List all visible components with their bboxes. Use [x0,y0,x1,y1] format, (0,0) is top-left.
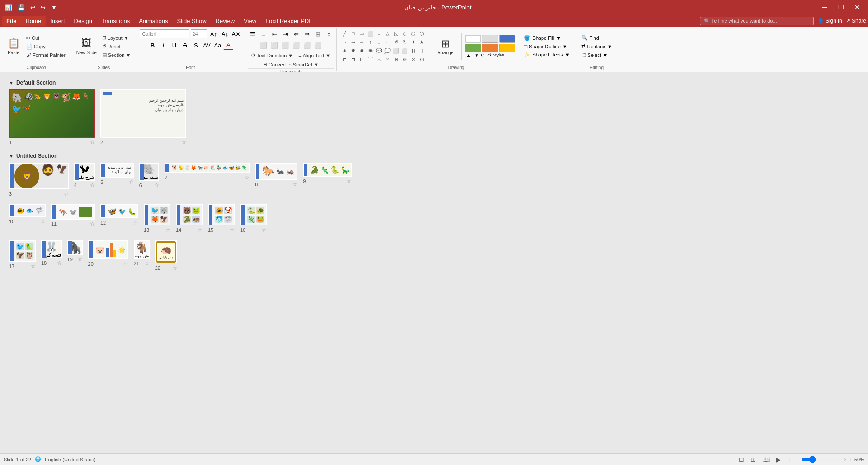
menu-insert[interactable]: Insert [46,16,70,26]
decrease-font-size-button[interactable]: A↓ [220,29,230,39]
search-box[interactable]: 🔍 Tell me what you want to do... [700,17,814,25]
clear-format-button[interactable]: A✕ [231,29,241,39]
underline-button[interactable]: U [169,40,179,50]
slide-thumb-8[interactable]: 🐎 🐜 🦗 8 ☆ [255,163,297,197]
increase-indent-button[interactable]: ⇥ [280,29,290,39]
font-name-input[interactable] [140,29,189,38]
copy-button[interactable]: 📄 Copy [24,43,68,51]
shape-callout3[interactable]: ⬜ [392,47,400,55]
convert-smartart-button[interactable]: ⊕ Convert to SmartArt ▼ [261,61,321,68]
slide-sorter-button[interactable]: ⊞ [749,455,758,464]
number-list-button[interactable]: ≡ [259,29,269,39]
quick-styles-scroll-up[interactable]: ▲ [465,53,472,58]
save-button[interactable]: 💾 [16,3,26,12]
untitled-section-header[interactable]: ▼ Untitled Section [9,153,859,159]
find-button[interactable]: 🔍 Find [579,34,615,42]
slide-thumb-11[interactable]: 🦘 🐭 11 ☆ [51,204,95,233]
shape-snip-rect[interactable]: ⬜ [366,29,374,38]
shape-hexagon[interactable]: ⬡ [418,29,426,38]
shape-misc3[interactable]: ⊓ [358,55,366,63]
style-swatch-4[interactable] [465,44,481,52]
shape-rect[interactable]: □ [349,29,357,38]
shape-misc8[interactable]: ⊗ [401,55,409,63]
shape-line[interactable]: ╱ [340,29,349,38]
align-text-button[interactable]: ≡ Align Text ▼ [296,52,333,59]
slide-thumb-3[interactable]: 🦁 🧔 🦅 3 ☆ [9,163,69,197]
slide-thumb-19[interactable]: 🦍 19 ☆ [67,240,83,271]
shape-circle[interactable]: ○ [375,29,383,38]
shape-outline-button[interactable]: □ Shape Outline ▼ [522,43,571,50]
shape-callout2[interactable]: 💭 [383,47,392,55]
minimize-button[interactable]: ─ [817,0,832,14]
close-button[interactable]: ✕ [850,0,864,14]
justify-button[interactable]: ⬜ [291,40,301,50]
style-swatch-1[interactable] [465,35,481,43]
default-section-header[interactable]: ▼ Default Section [9,80,859,86]
slide-thumb-6[interactable]: 🐘 طبقه بندی 6 ☆ [139,163,160,197]
shape-arrow2[interactable]: ⇒ [349,38,357,46]
shape-star12[interactable]: ✹ [358,47,366,55]
slide-thumb-2[interactable]: بسم الله الرحمن الرحیم فارسی متن نمونهدر… [100,89,186,146]
slide-thumb-5[interactable]: متن عربی نمونهبرای اسلاید ۵ 5 ☆ [100,163,133,197]
new-slide-button[interactable]: 🖼 New Slide [75,31,99,62]
slide-thumb-16[interactable]: 🐍 🐢 🦎 🐸 16 ☆ [240,204,267,233]
zoom-out-button[interactable]: − [795,457,798,462]
shape-curvarrow2[interactable]: ↻ [401,38,409,46]
menu-transitions[interactable]: Transitions [97,16,134,26]
shape-rounded-rect[interactable]: ▭ [358,29,366,38]
menu-foxit[interactable]: Foxit Reader PDF [261,16,317,26]
style-swatch-2[interactable] [482,35,498,43]
bold-button[interactable]: B [147,40,157,50]
col-button[interactable]: ⊞ [313,29,323,39]
slide-thumb-17[interactable]: 🐦 🦜 🦅 🦉 17 ☆ [9,240,36,271]
shape-curvarrow[interactable]: ↺ [392,38,400,46]
bullet-list-button[interactable]: ☰ [248,29,258,39]
slide-thumb-22[interactable]: 🦔 متن پایانی 22 ☆ [155,240,177,271]
slide-thumb-12[interactable]: 🦋 🐦 🐛 12 ☆ [100,204,138,233]
shape-arrow[interactable]: → [340,38,349,46]
shape-misc9[interactable]: ⊘ [409,55,417,63]
shape-misc6[interactable]: ⌔ [383,55,392,63]
shape-misc4[interactable]: ⌒ [366,55,374,63]
sign-in-button[interactable]: 👤 Sign in [817,18,842,24]
shape-misc7[interactable]: ⊕ [392,55,400,63]
rtl-para-button[interactable]: ⬜ [302,40,312,50]
slide-thumb-20[interactable]: 🐷 🌟 20 ☆ [88,240,128,271]
zoom-slider[interactable] [801,456,846,463]
slide-thumb-15[interactable]: 🐠 🤡 🐬 🦈 15 ☆ [208,204,235,233]
shape-diamond[interactable]: ◇ [401,29,409,38]
shape-rtriangle[interactable]: ◺ [392,29,400,38]
strikethrough-button[interactable]: S [180,40,190,50]
share-button[interactable]: ↗ Share [846,18,866,24]
increase-font-size-button[interactable]: A↑ [208,29,218,39]
shape-star8[interactable]: ✸ [349,47,357,55]
shape-larrow[interactable]: ← [383,38,392,46]
shape-callout1[interactable]: 💬 [375,47,383,55]
quick-styles-label[interactable]: Quick Styles [481,53,504,58]
style-swatch-6[interactable] [499,44,515,52]
shape-effects-button[interactable]: ✨ Shape Effects ▼ [522,51,571,59]
shape-arrow3[interactable]: ⇨ [358,38,366,46]
menu-view[interactable]: View [239,16,261,26]
slide-thumb-14[interactable]: 🐻 🐸 🐊 🦛 14 ☆ [176,204,203,233]
shape-triangle[interactable]: △ [383,29,392,38]
menu-file[interactable]: File [2,16,21,26]
align-left-button[interactable]: ⬜ [259,40,269,50]
shape-fill-button[interactable]: 🪣 Shape Fill ▼ [522,34,571,42]
replace-button[interactable]: ⇄ Replace ▼ [579,42,615,50]
quick-styles-scroll-down[interactable]: ▼ [473,53,480,58]
menu-design[interactable]: Design [70,16,97,26]
text-direction-button[interactable]: ⟳ Text Direction ▼ [249,52,296,59]
slide-thumb-4[interactable]: 🐿 شرح علمی 4 ☆ [74,163,95,197]
format-painter-button[interactable]: 🖌 Format Painter [24,52,68,59]
section-button[interactable]: ▤ Section ▼ [100,51,133,59]
rtl-button[interactable]: ⇐ [291,29,301,39]
layout-button[interactable]: ⊞ Layout ▼ [100,34,133,42]
shape-brace[interactable]: {} [409,47,417,55]
font-size-input[interactable] [191,29,207,38]
italic-button[interactable]: I [158,40,168,50]
normal-view-button[interactable]: ⊟ [737,455,746,464]
decrease-indent-button[interactable]: ⇤ [269,29,279,39]
undo-button[interactable]: ↩ [29,3,37,12]
slide-thumb-13[interactable]: 🐦 🐺 🦊 🦅 13 ☆ [144,204,170,233]
